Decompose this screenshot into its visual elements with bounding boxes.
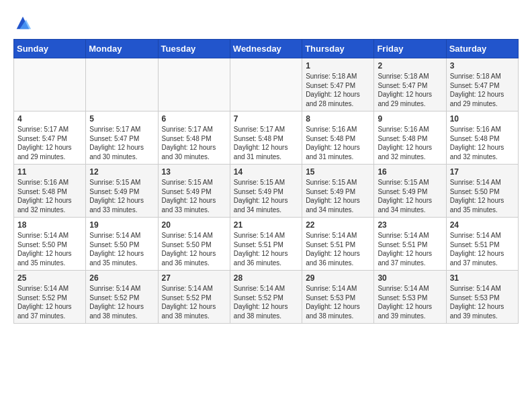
calendar-cell	[158, 58, 230, 111]
day-number: 12	[89, 167, 154, 177]
day-info: Sunrise: 5:14 AM Sunset: 5:53 PM Dayligh…	[378, 284, 442, 320]
calendar-header-monday: Monday	[86, 40, 158, 58]
calendar-cell	[86, 58, 158, 111]
calendar-header-sunday: Sunday	[14, 40, 86, 58]
day-info: Sunrise: 5:18 AM Sunset: 5:47 PM Dayligh…	[306, 72, 370, 108]
calendar-cell: 19Sunrise: 5:14 AM Sunset: 5:50 PM Dayli…	[86, 218, 158, 271]
calendar-cell: 25Sunrise: 5:14 AM Sunset: 5:52 PM Dayli…	[14, 271, 86, 324]
calendar-cell	[14, 58, 86, 111]
calendar-header-friday: Friday	[374, 40, 446, 58]
day-number: 31	[450, 273, 515, 283]
day-info: Sunrise: 5:15 AM Sunset: 5:49 PM Dayligh…	[162, 178, 226, 214]
day-number: 1	[306, 61, 370, 71]
day-number: 4	[17, 114, 82, 124]
header	[13, 13, 519, 32]
day-number: 9	[378, 114, 442, 124]
calendar-cell	[230, 58, 302, 111]
calendar-cell: 30Sunrise: 5:14 AM Sunset: 5:53 PM Dayli…	[374, 271, 446, 324]
day-info: Sunrise: 5:15 AM Sunset: 5:49 PM Dayligh…	[378, 178, 442, 214]
day-info: Sunrise: 5:14 AM Sunset: 5:51 PM Dayligh…	[378, 231, 442, 267]
day-info: Sunrise: 5:14 AM Sunset: 5:52 PM Dayligh…	[234, 284, 298, 320]
day-number: 24	[450, 220, 515, 230]
day-number: 17	[450, 167, 515, 177]
day-info: Sunrise: 5:14 AM Sunset: 5:52 PM Dayligh…	[162, 284, 226, 320]
calendar-cell: 29Sunrise: 5:14 AM Sunset: 5:53 PM Dayli…	[302, 271, 374, 324]
day-info: Sunrise: 5:14 AM Sunset: 5:50 PM Dayligh…	[162, 231, 226, 267]
calendar-cell: 3Sunrise: 5:18 AM Sunset: 5:47 PM Daylig…	[446, 58, 518, 111]
calendar-cell: 28Sunrise: 5:14 AM Sunset: 5:52 PM Dayli…	[230, 271, 302, 324]
calendar-cell: 20Sunrise: 5:14 AM Sunset: 5:50 PM Dayli…	[158, 218, 230, 271]
calendar-cell: 14Sunrise: 5:15 AM Sunset: 5:49 PM Dayli…	[230, 165, 302, 218]
day-number: 2	[378, 61, 442, 71]
day-number: 11	[17, 167, 82, 177]
day-info: Sunrise: 5:17 AM Sunset: 5:47 PM Dayligh…	[89, 125, 154, 161]
day-info: Sunrise: 5:14 AM Sunset: 5:52 PM Dayligh…	[17, 284, 82, 320]
calendar-header-thursday: Thursday	[302, 40, 374, 58]
day-number: 15	[306, 167, 370, 177]
calendar-cell: 1Sunrise: 5:18 AM Sunset: 5:47 PM Daylig…	[302, 58, 374, 111]
calendar-cell: 23Sunrise: 5:14 AM Sunset: 5:51 PM Dayli…	[374, 218, 446, 271]
day-info: Sunrise: 5:14 AM Sunset: 5:51 PM Dayligh…	[234, 231, 298, 267]
calendar-cell: 9Sunrise: 5:16 AM Sunset: 5:48 PM Daylig…	[374, 111, 446, 165]
calendar-header-wednesday: Wednesday	[230, 40, 302, 58]
calendar-cell: 7Sunrise: 5:17 AM Sunset: 5:48 PM Daylig…	[230, 111, 302, 165]
day-number: 10	[450, 114, 515, 124]
day-info: Sunrise: 5:18 AM Sunset: 5:47 PM Dayligh…	[450, 72, 515, 108]
calendar-header-row: SundayMondayTuesdayWednesdayThursdayFrid…	[14, 40, 519, 58]
day-number: 14	[234, 167, 298, 177]
calendar-cell: 12Sunrise: 5:15 AM Sunset: 5:49 PM Dayli…	[86, 165, 158, 218]
calendar-cell: 8Sunrise: 5:16 AM Sunset: 5:48 PM Daylig…	[302, 111, 374, 165]
day-info: Sunrise: 5:14 AM Sunset: 5:53 PM Dayligh…	[306, 284, 370, 320]
day-number: 23	[378, 220, 442, 230]
day-info: Sunrise: 5:18 AM Sunset: 5:47 PM Dayligh…	[378, 72, 442, 108]
day-info: Sunrise: 5:15 AM Sunset: 5:49 PM Dayligh…	[234, 178, 298, 214]
calendar-cell: 21Sunrise: 5:14 AM Sunset: 5:51 PM Dayli…	[230, 218, 302, 271]
calendar-cell: 5Sunrise: 5:17 AM Sunset: 5:47 PM Daylig…	[86, 111, 158, 165]
calendar-week-5: 25Sunrise: 5:14 AM Sunset: 5:52 PM Dayli…	[14, 271, 519, 324]
calendar-cell: 4Sunrise: 5:17 AM Sunset: 5:47 PM Daylig…	[14, 111, 86, 165]
day-info: Sunrise: 5:15 AM Sunset: 5:49 PM Dayligh…	[89, 178, 154, 214]
calendar-table: SundayMondayTuesdayWednesdayThursdayFrid…	[13, 39, 519, 324]
day-number: 5	[89, 114, 154, 124]
calendar-cell: 31Sunrise: 5:14 AM Sunset: 5:53 PM Dayli…	[446, 271, 518, 324]
day-number: 29	[306, 273, 370, 283]
day-number: 27	[162, 273, 226, 283]
day-number: 21	[234, 220, 298, 230]
calendar-cell: 18Sunrise: 5:14 AM Sunset: 5:50 PM Dayli…	[14, 218, 86, 271]
calendar-cell: 24Sunrise: 5:14 AM Sunset: 5:51 PM Dayli…	[446, 218, 518, 271]
day-info: Sunrise: 5:16 AM Sunset: 5:48 PM Dayligh…	[378, 125, 442, 161]
day-info: Sunrise: 5:16 AM Sunset: 5:48 PM Dayligh…	[17, 178, 82, 214]
calendar-cell: 26Sunrise: 5:14 AM Sunset: 5:52 PM Dayli…	[86, 271, 158, 324]
day-number: 7	[234, 114, 298, 124]
calendar-cell: 6Sunrise: 5:17 AM Sunset: 5:48 PM Daylig…	[158, 111, 230, 165]
day-info: Sunrise: 5:17 AM Sunset: 5:47 PM Dayligh…	[17, 125, 82, 161]
calendar-cell: 16Sunrise: 5:15 AM Sunset: 5:49 PM Dayli…	[374, 165, 446, 218]
day-number: 20	[162, 220, 226, 230]
day-info: Sunrise: 5:16 AM Sunset: 5:48 PM Dayligh…	[450, 125, 515, 161]
day-number: 8	[306, 114, 370, 124]
day-number: 3	[450, 61, 515, 71]
calendar-cell: 13Sunrise: 5:15 AM Sunset: 5:49 PM Dayli…	[158, 165, 230, 218]
day-number: 25	[17, 273, 82, 283]
calendar-cell: 10Sunrise: 5:16 AM Sunset: 5:48 PM Dayli…	[446, 111, 518, 165]
logo-icon	[13, 13, 32, 32]
day-number: 16	[378, 167, 442, 177]
day-number: 19	[89, 220, 154, 230]
calendar-cell: 11Sunrise: 5:16 AM Sunset: 5:48 PM Dayli…	[14, 165, 86, 218]
day-info: Sunrise: 5:14 AM Sunset: 5:50 PM Dayligh…	[17, 231, 82, 267]
day-number: 6	[162, 114, 226, 124]
day-info: Sunrise: 5:14 AM Sunset: 5:51 PM Dayligh…	[450, 231, 515, 267]
day-info: Sunrise: 5:14 AM Sunset: 5:50 PM Dayligh…	[450, 178, 515, 214]
day-number: 18	[17, 220, 82, 230]
day-info: Sunrise: 5:14 AM Sunset: 5:53 PM Dayligh…	[450, 284, 515, 320]
calendar-cell: 15Sunrise: 5:15 AM Sunset: 5:49 PM Dayli…	[302, 165, 374, 218]
calendar-week-1: 1Sunrise: 5:18 AM Sunset: 5:47 PM Daylig…	[14, 58, 519, 111]
calendar-header-saturday: Saturday	[446, 40, 518, 58]
day-number: 30	[378, 273, 442, 283]
calendar-header-tuesday: Tuesday	[158, 40, 230, 58]
day-info: Sunrise: 5:15 AM Sunset: 5:49 PM Dayligh…	[306, 178, 370, 214]
day-info: Sunrise: 5:17 AM Sunset: 5:48 PM Dayligh…	[234, 125, 298, 161]
day-number: 28	[234, 273, 298, 283]
calendar-cell: 27Sunrise: 5:14 AM Sunset: 5:52 PM Dayli…	[158, 271, 230, 324]
day-info: Sunrise: 5:17 AM Sunset: 5:48 PM Dayligh…	[162, 125, 226, 161]
